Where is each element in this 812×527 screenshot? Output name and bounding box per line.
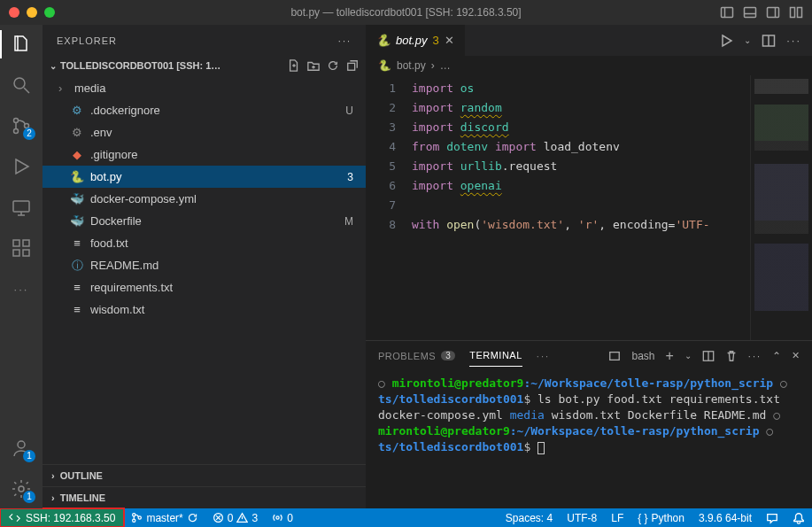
- sync-icon[interactable]: [187, 512, 198, 523]
- status-python-version[interactable]: 3.9.6 64-bit: [692, 512, 759, 524]
- status-eol[interactable]: LF: [604, 512, 630, 524]
- explorer-activity[interactable]: [9, 32, 34, 57]
- tree-folder-media[interactable]: › media: [43, 77, 366, 99]
- tree-file-requirements[interactable]: ≡ requirements.txt: [43, 276, 366, 298]
- status-encoding[interactable]: UTF-8: [560, 512, 604, 524]
- tree-file-bot-py[interactable]: 🐍 bot.py 3: [43, 166, 366, 188]
- explorer-section-header[interactable]: ⌄ TOLLEDISCORDBOT001 [SSH: 1…: [43, 56, 366, 75]
- tree-label: media: [74, 81, 105, 95]
- chevron-up-icon[interactable]: ⌃: [772, 350, 781, 362]
- tab-bot-py[interactable]: 🐍 bot.py 3 ✕: [366, 25, 466, 56]
- bell-icon: [793, 512, 805, 524]
- svg-rect-4: [768, 8, 779, 18]
- outline-section[interactable]: › OUTLINE: [43, 464, 366, 486]
- tree-file-dockerfile[interactable]: 🐳 Dockerfile M: [43, 210, 366, 232]
- remote-explorer-icon: [11, 197, 32, 218]
- panel-bottom-icon[interactable]: [743, 5, 757, 19]
- status-spaces[interactable]: Spaces: 4: [499, 512, 560, 524]
- panel-overflow-icon[interactable]: ···: [748, 351, 762, 361]
- split-terminal-icon[interactable]: [702, 350, 715, 362]
- sidebar-header: EXPLORER ···: [43, 25, 366, 56]
- tree-file-env[interactable]: ⚙ .env: [43, 121, 366, 143]
- timeline-section[interactable]: › TIMELINE: [43, 486, 366, 508]
- git-status-untracked: U: [345, 105, 366, 117]
- sidebar-more-icon[interactable]: ···: [338, 35, 352, 46]
- settings-badge: 1: [23, 491, 35, 503]
- accounts-activity[interactable]: 1: [9, 436, 34, 461]
- panel-left-icon[interactable]: [720, 5, 734, 19]
- panel-right-icon[interactable]: [766, 5, 780, 19]
- close-panel-icon[interactable]: ✕: [792, 350, 800, 361]
- titlebar: bot.py — tollediscordbot001 [SSH: 192.16…: [0, 0, 812, 25]
- title-layout-controls: [720, 5, 803, 19]
- extensions-activity[interactable]: [9, 236, 34, 260]
- tab-more-icon[interactable]: ···: [786, 34, 801, 47]
- tree-file-dockerignore[interactable]: ⚙ .dockerignore U: [43, 99, 366, 121]
- run-activity[interactable]: [9, 154, 34, 179]
- settings-activity[interactable]: 1: [9, 477, 34, 501]
- chevron-right-icon: ›: [58, 81, 69, 95]
- svg-point-11: [14, 129, 19, 134]
- status-remote[interactable]: SSH: 192.168.3.50: [0, 508, 124, 527]
- terminal-content[interactable]: ○ mirontoli@predator9:~/Workspace/tolle-…: [366, 370, 812, 508]
- new-terminal-icon[interactable]: +: [665, 348, 673, 364]
- status-language[interactable]: { } Python: [630, 512, 692, 524]
- breadcrumb[interactable]: 🐍 bot.py › …: [366, 56, 812, 75]
- remote-explorer-activity[interactable]: [9, 195, 34, 220]
- status-branch[interactable]: master*: [124, 508, 205, 527]
- chevron-down-icon[interactable]: ⌄: [744, 35, 751, 45]
- scm-activity[interactable]: 2: [9, 113, 34, 138]
- refresh-icon[interactable]: [327, 59, 339, 72]
- trash-icon[interactable]: [725, 350, 738, 362]
- tree-file-wisdom[interactable]: ≡ wisdom.txt: [43, 298, 366, 321]
- status-notifications[interactable]: [785, 512, 812, 524]
- collapse-all-icon[interactable]: [346, 59, 359, 72]
- chevron-right-icon: ›: [51, 470, 55, 481]
- chevron-down-icon[interactable]: ⌄: [684, 351, 692, 360]
- tree-file-gitignore[interactable]: ◆ .gitignore: [43, 143, 366, 166]
- minimize-window-button[interactable]: [27, 7, 37, 18]
- close-window-button[interactable]: [9, 7, 19, 18]
- files-icon: [11, 34, 32, 55]
- warning-icon: [236, 512, 248, 523]
- code-content[interactable]: import os import random import discord f…: [406, 75, 750, 340]
- outline-label: OUTLINE: [60, 470, 103, 481]
- activity-bar: 2 ··· 1 1: [0, 25, 43, 508]
- shell-name: bash: [631, 350, 654, 362]
- new-file-icon[interactable]: [288, 59, 300, 72]
- panel-more-icon[interactable]: ···: [537, 351, 550, 361]
- split-editor-icon[interactable]: [762, 34, 776, 48]
- layout-grid-icon[interactable]: [789, 5, 803, 19]
- sidebar: EXPLORER ··· ⌄ TOLLEDISCORDBOT001 [SSH: …: [43, 25, 366, 508]
- svg-point-10: [14, 119, 19, 123]
- tree-file-food-txt[interactable]: ≡ food.txt: [43, 232, 366, 254]
- maximize-window-button[interactable]: [44, 7, 55, 18]
- new-folder-icon[interactable]: [307, 59, 320, 72]
- panel: PROBLEMS 3 TERMINAL ··· bash + ⌄ ··· ⌃ ✕: [366, 340, 812, 508]
- editor-area: 🐍 bot.py 3 ✕ ⌄ ··· 🐍 bot.py › … 1 2 3: [366, 25, 812, 508]
- svg-rect-17: [13, 240, 19, 246]
- run-icon[interactable]: [719, 34, 733, 48]
- editor-body[interactable]: 1 2 3 4 5 6 7 8 import os import random …: [366, 75, 812, 340]
- panel-tab-terminal[interactable]: TERMINAL: [469, 350, 522, 367]
- file-tree: › media ⚙ .dockerignore U ⚙ .env ◆ .giti…: [43, 75, 366, 464]
- status-ports[interactable]: 0: [265, 508, 300, 527]
- status-feedback[interactable]: [759, 512, 785, 524]
- more-activity[interactable]: ···: [9, 276, 34, 301]
- tree-label: bot.py: [90, 170, 121, 183]
- tree-label: .env: [90, 126, 112, 139]
- sidebar-title: EXPLORER: [57, 35, 117, 46]
- tree-file-docker-compose[interactable]: 🐳 docker-compose.yml: [43, 188, 366, 210]
- python-icon: 🐍: [378, 59, 391, 72]
- search-activity[interactable]: [9, 73, 34, 97]
- tree-file-readme[interactable]: ⓘ README.md: [43, 254, 366, 276]
- terminal-profile-icon[interactable]: [608, 350, 621, 362]
- status-problems[interactable]: 0 3: [205, 508, 265, 527]
- minimap[interactable]: [750, 75, 812, 340]
- close-icon[interactable]: ✕: [445, 34, 454, 47]
- breadcrumb-more: …: [440, 59, 451, 72]
- run-debug-icon: [11, 156, 32, 177]
- svg-point-21: [18, 441, 25, 448]
- panel-tab-problems[interactable]: PROBLEMS 3: [378, 351, 455, 361]
- svg-rect-20: [23, 240, 29, 246]
